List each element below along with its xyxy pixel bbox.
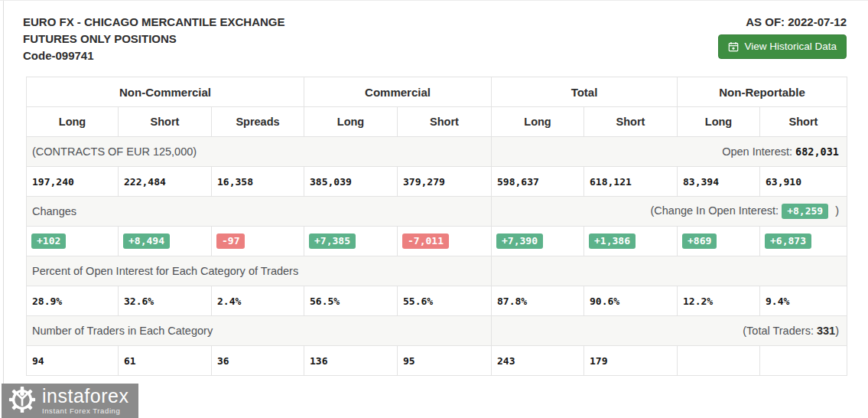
changes-row: +102 +8,494 -97 +7,385 -7,011 +7,390 +1,…	[27, 227, 847, 256]
pct-nc-short: 32.6%	[119, 286, 212, 316]
col-nc-short: Short	[119, 107, 212, 137]
pct-total-long: 87.8%	[492, 286, 584, 316]
change-oi-cell: (Change In Open Interest: +8,259 )	[492, 197, 847, 227]
logo-tagline: Instant Forex Trading	[42, 407, 128, 415]
report-header: EURO FX - CHICAGO MERCANTILE EXCHANGE FU…	[0, 0, 868, 64]
view-historical-data-label: View Historical Data	[744, 41, 837, 52]
pct-nr-long: 12.2%	[678, 286, 760, 316]
contracts-label-row: (CONTRACTS OF EUR 125,000) Open Interest…	[27, 137, 847, 167]
pos-nr-short: 63,910	[760, 167, 847, 197]
positions-row: 197,240 222,484 16,358 385,039 379,279 5…	[27, 167, 847, 197]
traders-label: Number of Traders in Each Category	[27, 316, 492, 346]
cot-table: Non-Commercial Commercial Total Non-Repo…	[26, 77, 847, 376]
total-traders-cell: (Total Traders: 331)	[492, 316, 847, 346]
trd-total-short: 179	[584, 346, 678, 376]
trd-nc-long: 94	[27, 346, 119, 376]
open-interest-cell: Open Interest: 682,031	[492, 137, 847, 167]
chg-comm-short: -7,011	[398, 227, 492, 256]
total-traders-value: 331	[817, 325, 835, 337]
open-interest-value: 682,031	[795, 145, 839, 158]
change-oi-prefix: (Change In Open Interest:	[650, 204, 779, 217]
percent-label: Percent of Open Interest for Each Catego…	[27, 256, 492, 286]
column-header-row: Long Short Spreads Long Short Long Short…	[27, 107, 847, 137]
group-non-reportable: Non-Reportable	[678, 77, 847, 107]
gear-person-icon	[8, 386, 36, 416]
change-badge: +102	[31, 233, 66, 249]
changes-label: Changes	[27, 197, 492, 227]
col-nr-short: Short	[760, 107, 847, 137]
change-oi-suffix: )	[835, 204, 839, 217]
pos-total-short: 618,121	[584, 167, 678, 197]
pos-comm-long: 385,039	[304, 167, 398, 197]
traders-label-row: Number of Traders in Each Category (Tota…	[27, 316, 847, 346]
pos-nc-spreads: 16,358	[212, 167, 304, 197]
group-commercial: Commercial	[304, 77, 492, 107]
instaforex-logo: instaforex Instant Forex Trading	[2, 384, 138, 418]
group-non-commercial: Non-Commercial	[27, 77, 304, 107]
total-traders-suffix: )	[835, 325, 839, 337]
chg-nc-short: +8,494	[119, 227, 212, 256]
trd-comm-long: 136	[304, 346, 398, 376]
pos-nr-long: 83,394	[678, 167, 760, 197]
pos-total-long: 598,637	[492, 167, 584, 197]
pct-nc-long: 28.9%	[27, 286, 119, 316]
group-header-row: Non-Commercial Commercial Total Non-Repo…	[27, 77, 847, 107]
change-badge: -97	[216, 233, 245, 249]
col-total-long: Long	[492, 107, 584, 137]
chg-nc-spreads: -97	[212, 227, 304, 256]
traders-row: 94 61 36 136 95 243 179	[27, 346, 847, 376]
change-badge: +6,873	[765, 233, 811, 249]
chg-nr-long: +869	[678, 227, 760, 256]
col-total-short: Short	[584, 107, 678, 137]
trd-nr-long	[678, 346, 760, 376]
contracts-label: (CONTRACTS OF EUR 125,000)	[27, 137, 492, 167]
chg-comm-long: +7,385	[304, 227, 398, 256]
pos-nc-long: 197,240	[27, 167, 119, 197]
trd-nr-short	[760, 346, 847, 376]
logo-wordmark: instaforex	[42, 387, 128, 406]
percent-label-row: Percent of Open Interest for Each Catego…	[27, 256, 847, 286]
col-comm-short: Short	[398, 107, 492, 137]
col-nr-long: Long	[678, 107, 760, 137]
col-nc-long: Long	[27, 107, 119, 137]
change-badge: +869	[682, 233, 717, 249]
change-badge: -7,011	[402, 233, 449, 249]
pct-nc-spreads: 2.4%	[212, 286, 304, 316]
trd-nc-spreads: 36	[212, 346, 304, 376]
change-badge: +7,385	[309, 233, 356, 249]
trd-nc-short: 61	[119, 346, 212, 376]
chg-total-short: +1,386	[584, 227, 678, 256]
pct-nr-short: 9.4%	[760, 286, 847, 316]
view-historical-data-button[interactable]: View Historical Data	[718, 34, 847, 59]
total-traders-prefix: (Total Traders:	[743, 325, 814, 337]
percent-label-spacer	[492, 256, 847, 286]
pos-nc-short: 222,484	[119, 167, 212, 197]
change-badge: +1,386	[589, 233, 636, 249]
pct-comm-long: 56.5%	[304, 286, 398, 316]
group-total: Total	[492, 77, 678, 107]
change-badge: +7,390	[496, 233, 543, 249]
percent-row: 28.9% 32.6% 2.4% 56.5% 55.6% 87.8% 90.6%…	[27, 286, 847, 316]
col-comm-long: Long	[304, 107, 398, 137]
col-nc-spreads: Spreads	[212, 107, 304, 137]
trd-total-long: 243	[492, 346, 584, 376]
pct-comm-short: 55.6%	[398, 286, 492, 316]
changes-label-row: Changes (Change In Open Interest: +8,259…	[27, 197, 847, 227]
pos-comm-short: 379,279	[398, 167, 492, 197]
pct-total-short: 90.6%	[584, 286, 678, 316]
chg-nc-long: +102	[27, 227, 119, 256]
change-badge: +8,494	[123, 233, 170, 249]
trd-comm-short: 95	[398, 346, 492, 376]
calendar-icon	[728, 41, 739, 52]
chg-nr-short: +6,873	[760, 227, 847, 256]
change-oi-badge: +8,259	[782, 204, 828, 219]
open-interest-label: Open Interest:	[722, 145, 792, 158]
chg-total-long: +7,390	[492, 227, 584, 256]
as-of-date: AS OF: 2022-07-12	[718, 15, 847, 28]
